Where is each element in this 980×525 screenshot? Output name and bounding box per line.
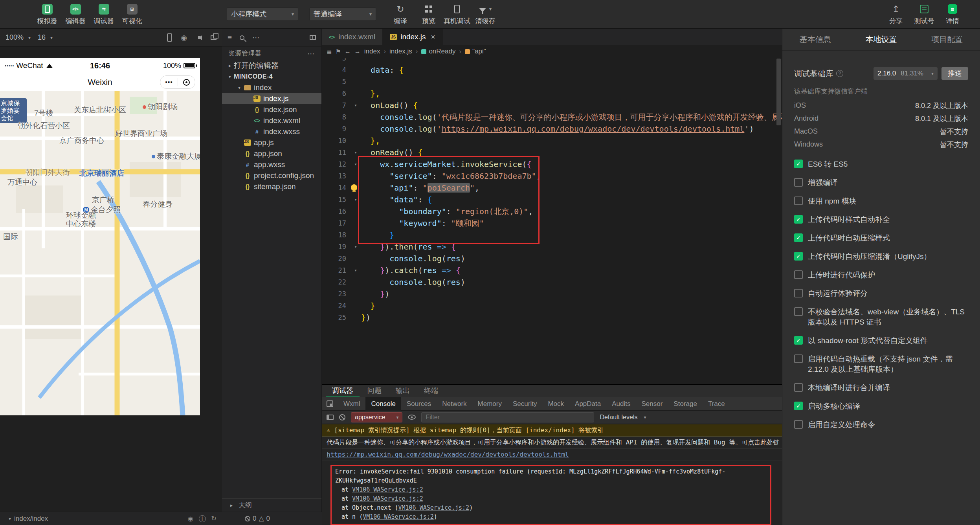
fold-icon[interactable]: ▾ xyxy=(350,264,361,276)
checkbox[interactable] xyxy=(794,196,803,205)
tree-item-MINICODE-4[interactable]: ▾MINICODE-4 xyxy=(222,71,321,82)
checkbox[interactable] xyxy=(794,420,803,429)
home-icon[interactable] xyxy=(178,79,195,86)
checkbox[interactable] xyxy=(794,307,803,316)
fold-icon[interactable]: ▾ xyxy=(350,241,361,253)
checkbox[interactable] xyxy=(794,289,803,297)
checkbox[interactable]: ✓ xyxy=(794,252,803,261)
panel-tab-问题[interactable]: 问题 xyxy=(361,385,388,397)
clear-cache-button[interactable]: ▾清缓存 xyxy=(471,3,499,26)
split-editor-icon[interactable] xyxy=(310,35,316,40)
tree-item-[interactable]: ▸打开的编辑器 xyxy=(222,60,321,71)
checkbox[interactable]: ✓ xyxy=(794,233,803,242)
details-button[interactable]: ≡详情 xyxy=(938,3,967,26)
checkbox[interactable]: ✓ xyxy=(794,215,803,224)
devtools-tab-sources[interactable]: Sources xyxy=(401,397,437,411)
bookmark-icon[interactable]: ⚑ xyxy=(335,48,341,55)
menu-icon[interactable]: ≡ xyxy=(228,33,232,42)
checkbox[interactable]: ✓ xyxy=(794,402,803,410)
panel-tab-调试器[interactable]: 调试器 xyxy=(326,385,360,397)
panel-tab-终端[interactable]: 终端 xyxy=(418,385,444,397)
settings-tab-本地设置[interactable]: 本地设置 xyxy=(848,34,914,45)
log-levels-select[interactable]: Default levels ▾ xyxy=(600,414,646,421)
editor-scrollbar[interactable] xyxy=(776,59,781,125)
devtools-tab-memory[interactable]: Memory xyxy=(472,397,507,411)
eye-icon[interactable] xyxy=(408,415,416,420)
compile-mode-select[interactable]: 普通编译▾ xyxy=(309,7,376,21)
breadcrumb-item[interactable]: index.js xyxy=(389,48,412,55)
breadcrumb-item[interactable]: "api" xyxy=(465,48,486,55)
console-sidebar-icon[interactable] xyxy=(327,415,334,420)
console-link[interactable]: https://mp.weixin.qq.com/debug/wxadoc/de… xyxy=(327,451,569,458)
zoom-select[interactable]: 100%▾ xyxy=(6,33,31,42)
simulator-button[interactable]: 模拟器 xyxy=(33,3,61,26)
editor-button[interactable]: </>编辑器 xyxy=(61,3,90,26)
breadcrumb-item[interactable]: onReady xyxy=(421,48,455,55)
mute-icon[interactable] xyxy=(196,35,202,40)
devtools-tab-security[interactable]: Security xyxy=(507,397,542,411)
context-select[interactable]: appservice ▾ xyxy=(351,412,402,422)
tree-item-sitemap.json[interactable]: {}sitemap.json xyxy=(222,181,321,192)
tree-item-app.js[interactable]: JSapp.js xyxy=(222,137,321,148)
devtools-tab-mock[interactable]: Mock xyxy=(542,397,569,411)
devtools-tab-appdata[interactable]: AppData xyxy=(569,397,606,411)
capsule-menu[interactable]: ⋯ xyxy=(160,75,195,89)
tree-item-app.json[interactable]: {}app.json xyxy=(222,148,321,159)
stack-trace-link[interactable]: VM106 WAService.js:2 xyxy=(363,513,434,520)
test-account-button[interactable]: 测试号 xyxy=(910,3,938,26)
detach-window-icon[interactable] xyxy=(211,35,217,40)
stack-trace-link[interactable]: VM106 WAService.js:2 xyxy=(398,504,470,511)
close-icon[interactable]: × xyxy=(431,33,435,41)
device-select[interactable]: 16▾ xyxy=(38,33,53,42)
settings-tab-项目配置[interactable]: 项目配置 xyxy=(914,34,980,45)
device-icon[interactable] xyxy=(167,33,172,42)
devtools-tab-sensor[interactable]: Sensor xyxy=(636,397,668,411)
checkbox[interactable] xyxy=(794,383,803,392)
compile-button[interactable]: ↻编译 xyxy=(386,3,415,26)
devtools-tab-network[interactable]: Network xyxy=(437,397,472,411)
more-icon[interactable]: ⋯ xyxy=(252,33,260,42)
record-icon[interactable]: ◉ xyxy=(181,33,187,42)
code-area[interactable]: 34 data: {56 },7▾ onLoad() {8 console.lo… xyxy=(322,58,782,384)
more-icon[interactable]: ⋯ xyxy=(160,76,178,88)
debugger-button[interactable]: ⇆调试器 xyxy=(90,3,118,26)
fold-icon[interactable]: ▾ xyxy=(350,194,361,206)
tree-item-app.wxss[interactable]: #app.wxss xyxy=(222,159,321,170)
library-version-select[interactable]: 2.16.0 81.31% ▾ xyxy=(874,67,938,80)
map-view[interactable]: 京城保罗婚宴会馆7号楼关东店北街小区朝阳剧场朝外化石营小区好世界商业广场京广商务… xyxy=(0,91,200,415)
fold-icon[interactable]: ▾ xyxy=(350,158,361,170)
stack-trace-link[interactable]: VM106 WAService.js:2 xyxy=(352,486,423,493)
tree-item-index.json[interactable]: {}index.json xyxy=(222,104,321,115)
search-icon[interactable] xyxy=(240,35,244,40)
push-button[interactable]: 推送 xyxy=(941,67,968,80)
info-icon[interactable]: i xyxy=(199,515,206,522)
visualization-button[interactable]: ⊞可视化 xyxy=(118,3,146,26)
devtools-tab-trace[interactable]: Trace xyxy=(703,397,730,411)
lightbulb-icon[interactable] xyxy=(351,184,357,191)
tree-item-index.js[interactable]: JSindex.js xyxy=(222,93,321,104)
panel-tab-输出[interactable]: 输出 xyxy=(389,385,416,397)
tree-item-index.wxml[interactable]: <>index.wxml xyxy=(222,115,321,126)
preview-button[interactable]: 预览 xyxy=(415,3,443,26)
checkbox[interactable]: ✓ xyxy=(794,336,803,345)
tree-item-index.wxss[interactable]: #index.wxss xyxy=(222,126,321,137)
fold-icon[interactable]: ▾ xyxy=(350,99,361,111)
breadcrumb-item[interactable]: index xyxy=(364,48,380,55)
console-filter-input[interactable] xyxy=(421,412,594,422)
tree-item-index[interactable]: ▾index xyxy=(222,82,321,93)
settings-tab-基本信息[interactable]: 基本信息 xyxy=(782,34,848,45)
refresh-icon[interactable]: ↻ xyxy=(211,515,217,522)
share-button[interactable]: ↥分享 xyxy=(882,3,910,26)
checkbox[interactable]: ✓ xyxy=(794,160,803,168)
tab-index.js[interactable]: JSindex.js× xyxy=(383,29,443,45)
stack-trace-link[interactable]: VM106 WAService.js:2 xyxy=(352,495,423,502)
current-page-path[interactable]: index/index xyxy=(14,515,48,523)
devtools-tab-audits[interactable]: Audits xyxy=(606,397,636,411)
tree-item-project.config.json[interactable]: {}project.config.json xyxy=(222,170,321,181)
checkbox[interactable] xyxy=(794,178,803,187)
devtools-tab-wxml[interactable]: Wxml xyxy=(338,397,365,411)
checkbox[interactable] xyxy=(794,270,803,279)
forward-icon[interactable]: → xyxy=(354,48,361,55)
tab-index.wxml[interactable]: <>index.wxml xyxy=(322,29,383,45)
fold-icon[interactable]: ▾ xyxy=(350,147,361,158)
